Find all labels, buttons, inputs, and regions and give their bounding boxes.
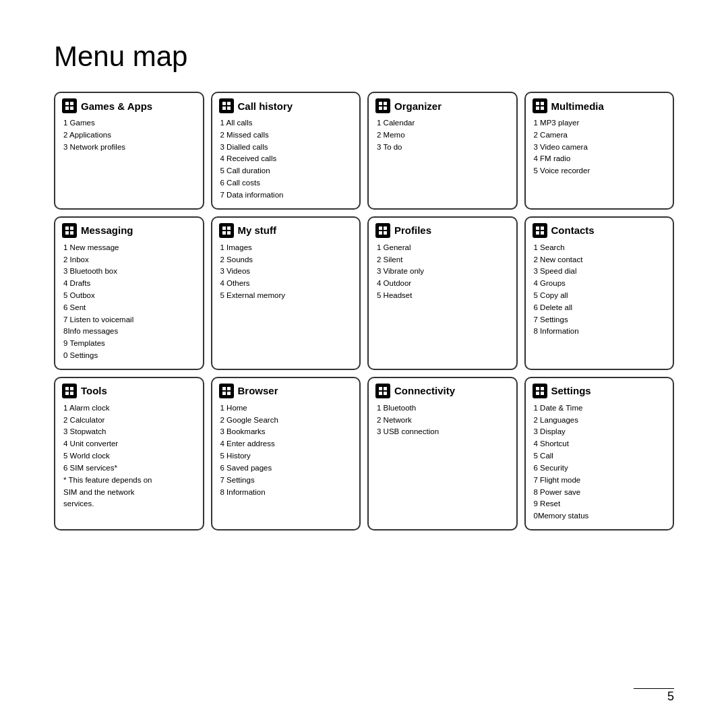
svg-rect-25 <box>384 226 387 230</box>
svg-rect-30 <box>536 231 539 235</box>
page-number-line <box>634 688 674 690</box>
cell-icon-games-apps <box>62 98 77 113</box>
cell-items-organizer: 1 Calendar 2 Memo 3 To do <box>375 117 510 153</box>
menu-cell-multimedia: Multimedia1 MP3 player 2 Camera 3 Video … <box>524 92 675 210</box>
cell-title-contacts: Contacts <box>551 224 595 236</box>
cell-header-contacts: Contacts <box>533 223 667 238</box>
cell-items-settings: 1 Date & Time 2 Languages 3 Display 4 Sh… <box>533 402 667 522</box>
svg-rect-6 <box>222 107 226 110</box>
cell-header-multimedia: Multimedia <box>533 98 667 113</box>
cell-title-call-history: Call history <box>238 100 293 112</box>
svg-rect-33 <box>70 387 73 390</box>
cell-items-browser: 1 Home 2 Google Search 3 Bookmarks 4 Ent… <box>219 402 353 499</box>
svg-rect-22 <box>222 231 226 235</box>
cell-header-my-stuff: My stuff <box>219 223 353 238</box>
svg-rect-42 <box>379 392 382 395</box>
cell-title-browser: Browser <box>238 385 278 396</box>
cell-title-profiles: Profiles <box>394 224 431 236</box>
cell-icon-organizer <box>375 98 390 113</box>
cell-header-call-history: Call history <box>219 98 353 113</box>
svg-rect-36 <box>222 387 226 390</box>
svg-rect-47 <box>541 392 544 395</box>
menu-cell-contacts: Contacts1 Search 2 New contact 3 Speed d… <box>524 216 675 370</box>
svg-rect-8 <box>379 102 382 105</box>
menu-grid: Games & Apps1 Games 2 Applications 3 Net… <box>54 92 674 530</box>
svg-rect-31 <box>541 231 544 235</box>
svg-rect-37 <box>227 387 231 390</box>
cell-title-games-apps: Games & Apps <box>81 100 152 112</box>
cell-title-settings: Settings <box>551 385 591 396</box>
svg-rect-0 <box>65 102 69 105</box>
menu-cell-settings: Settings1 Date & Time 2 Languages 3 Disp… <box>524 377 675 530</box>
cell-icon-browser <box>219 384 234 398</box>
cell-items-my-stuff: 1 Images 2 Sounds 3 Videos 4 Others 5 Ex… <box>219 242 353 302</box>
cell-icon-messaging <box>62 223 77 238</box>
svg-rect-26 <box>379 231 382 235</box>
svg-rect-35 <box>70 392 73 395</box>
cell-icon-settings <box>533 384 547 398</box>
svg-rect-5 <box>227 102 231 105</box>
cell-icon-connectivity <box>375 384 390 398</box>
cell-icon-tools <box>62 384 77 398</box>
svg-rect-2 <box>65 107 69 110</box>
cell-icon-contacts <box>533 223 547 238</box>
cell-header-organizer: Organizer <box>375 98 510 113</box>
svg-rect-19 <box>70 231 73 235</box>
svg-rect-39 <box>227 392 231 395</box>
svg-rect-41 <box>384 387 387 390</box>
page: Menu map Games & Apps1 Games 2 Applicati… <box>0 0 728 557</box>
page-title: Menu map <box>54 40 674 73</box>
svg-rect-1 <box>70 102 73 105</box>
cell-items-profiles: 1 General 2 Silent 3 Vibrate only 4 Outd… <box>375 242 510 302</box>
cell-icon-profiles <box>375 223 390 238</box>
cell-items-messaging: 1 New message 2 Inbox 3 Bluetooth box 4 … <box>62 242 196 362</box>
cell-items-multimedia: 1 MP3 player 2 Camera 3 Video camera 4 F… <box>533 117 667 177</box>
cell-header-settings: Settings <box>533 384 667 398</box>
svg-rect-40 <box>379 387 382 390</box>
menu-cell-profiles: Profiles1 General 2 Silent 3 Vibrate onl… <box>367 216 518 370</box>
cell-icon-multimedia <box>533 98 547 113</box>
svg-rect-29 <box>541 226 544 230</box>
cell-items-contacts: 1 Search 2 New contact 3 Speed dial 4 Gr… <box>533 242 667 338</box>
cell-title-messaging: Messaging <box>81 224 133 236</box>
cell-icon-call-history <box>219 98 234 113</box>
svg-rect-12 <box>536 102 539 105</box>
cell-items-games-apps: 1 Games 2 Applications 3 Network profile… <box>62 117 196 153</box>
svg-rect-13 <box>541 102 544 105</box>
cell-title-organizer: Organizer <box>394 100 442 112</box>
svg-rect-16 <box>65 226 69 230</box>
cell-header-games-apps: Games & Apps <box>62 98 196 113</box>
menu-cell-tools: Tools1 Alarm clock 2 Calculator 3 Stopwa… <box>54 377 204 530</box>
menu-cell-connectivity: Connectivity1 Bluetooth 2 Network 3 USB … <box>367 377 518 530</box>
svg-rect-15 <box>541 107 544 110</box>
menu-cell-organizer: Organizer1 Calendar 2 Memo 3 To do <box>367 92 518 210</box>
svg-rect-9 <box>384 102 387 105</box>
cell-title-my-stuff: My stuff <box>238 224 277 236</box>
svg-rect-27 <box>384 231 387 235</box>
cell-items-connectivity: 1 Bluetooth 2 Network 3 USB connection <box>375 402 510 438</box>
svg-rect-43 <box>384 392 387 395</box>
svg-rect-28 <box>536 226 539 230</box>
cell-header-connectivity: Connectivity <box>375 384 510 398</box>
svg-rect-24 <box>379 226 382 230</box>
svg-rect-10 <box>379 107 382 110</box>
cell-items-call-history: 1 All calls 2 Missed calls 3 Dialled cal… <box>219 117 353 202</box>
svg-rect-45 <box>541 387 544 390</box>
svg-rect-38 <box>222 392 226 395</box>
cell-header-profiles: Profiles <box>375 223 510 238</box>
cell-title-connectivity: Connectivity <box>394 385 455 396</box>
svg-rect-11 <box>384 107 387 110</box>
svg-rect-23 <box>227 231 231 235</box>
svg-rect-32 <box>65 387 69 390</box>
cell-icon-my-stuff <box>219 223 234 238</box>
svg-rect-46 <box>536 392 539 395</box>
cell-title-tools: Tools <box>81 385 107 396</box>
cell-header-tools: Tools <box>62 384 196 398</box>
cell-header-messaging: Messaging <box>62 223 196 238</box>
cell-header-browser: Browser <box>219 384 353 398</box>
svg-rect-3 <box>70 107 73 110</box>
page-number: 5 <box>667 690 674 704</box>
cell-items-tools: 1 Alarm clock 2 Calculator 3 Stopwatch 4… <box>62 402 196 510</box>
svg-rect-21 <box>227 226 231 230</box>
svg-rect-4 <box>222 102 226 105</box>
